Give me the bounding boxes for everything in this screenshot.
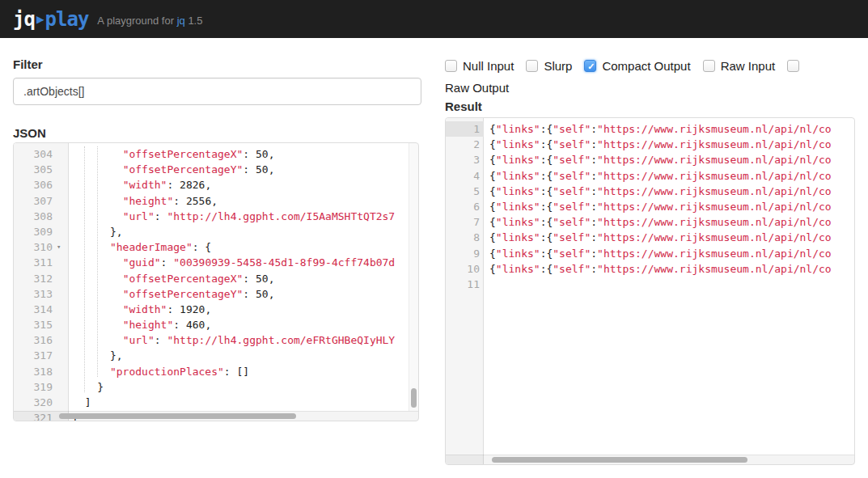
gutter-cell: 320	[14, 395, 69, 410]
line-number: 9	[446, 246, 484, 261]
code-line-311[interactable]: 311 "guid": "00390939-5458-45d1-8f99-4cf…	[14, 255, 418, 270]
code-text[interactable]: "offsetPercentageX": 50,	[69, 271, 274, 286]
jqplay-logo[interactable]: jq▶play	[13, 8, 88, 31]
fold-gutter-spacer	[57, 286, 69, 302]
gutter-cell: 318	[14, 364, 69, 379]
fold-arrow-icon[interactable]: ▾	[57, 239, 69, 255]
code-text[interactable]: "height": 460,	[69, 317, 211, 332]
fold-gutter-spacer	[57, 146, 69, 162]
option-raw-input[interactable]: Raw Input	[703, 59, 776, 73]
json-editor[interactable]: 304 "offsetPercentageX": 50,305 "offsetP…	[13, 142, 419, 421]
code-line-318[interactable]: 318 "productionPlaces": []	[14, 364, 418, 379]
code-text[interactable]: },	[69, 224, 123, 239]
code-line-317[interactable]: 317 },	[14, 348, 418, 363]
line-number: 2	[446, 137, 484, 152]
logo-play-text: play	[45, 8, 89, 31]
play-triangle-icon: ▶	[36, 11, 44, 27]
gutter-cell: 1	[446, 121, 484, 137]
line-number: 313	[14, 286, 57, 302]
line-number: 311	[14, 255, 57, 270]
line-number: 4	[446, 168, 484, 184]
checkbox-compact-output[interactable]: ✓	[584, 60, 596, 72]
code-text: {"links":{"self":"https://www.rijksmuseu…	[484, 230, 832, 245]
gutter-cell: 317	[14, 348, 69, 363]
code-text[interactable]: "width": 2826,	[69, 177, 211, 192]
code-text[interactable]: "offsetPercentageY": 50,	[69, 286, 274, 302]
code-text[interactable]: "url": "http://lh4.ggpht.com/I5AaMSHTtQT…	[69, 209, 395, 224]
code-line-308[interactable]: 308 "url": "http://lh4.ggpht.com/I5AaMSH…	[14, 209, 418, 224]
option-compact-output[interactable]: ✓Compact Output	[584, 59, 690, 73]
code-text[interactable]: "guid": "00390939-5458-45d1-8f99-4cff74b…	[69, 255, 395, 270]
logo-jq-text: jq	[13, 8, 35, 31]
code-line-319[interactable]: 319 }	[14, 379, 418, 395]
code-line-2: 2{"links":{"self":"https://www.rijksmuse…	[446, 137, 854, 152]
code-text[interactable]: "height": 2556,	[69, 193, 218, 209]
code-line-313[interactable]: 313 "offsetPercentageY": 50,	[14, 286, 418, 302]
result-editor-horizontal-scrollbar[interactable]	[446, 455, 854, 464]
code-text[interactable]: "width": 1920,	[69, 302, 211, 317]
option-slurp[interactable]: Slurp	[526, 59, 572, 73]
fold-gutter-spacer	[57, 332, 69, 348]
checkbox-slurp[interactable]	[526, 60, 538, 72]
json-editor-vertical-scrollbar-thumb[interactable]	[411, 388, 417, 408]
code-line-314[interactable]: 314 "width": 1920,	[14, 302, 418, 317]
code-text[interactable]: "productionPlaces": []	[69, 364, 249, 379]
code-text: {"links":{"self":"https://www.rijksmuseu…	[484, 246, 832, 261]
option-null-input[interactable]: Null Input	[445, 59, 514, 73]
gutter-cell: 2	[446, 137, 484, 152]
code-line-320[interactable]: 320 ]	[14, 395, 418, 410]
json-editor-horizontal-scrollbar-thumb[interactable]	[59, 413, 296, 419]
checkbox-raw-input[interactable]	[703, 60, 715, 72]
line-number: 320	[14, 395, 57, 410]
code-line-304[interactable]: 304 "offsetPercentageX": 50,	[14, 146, 418, 162]
gutter-cell: 316	[14, 332, 69, 348]
line-number: 316	[14, 332, 57, 348]
code-text[interactable]: }	[69, 379, 104, 395]
fold-gutter-spacer	[57, 209, 69, 224]
json-editor-horizontal-scrollbar[interactable]	[14, 411, 418, 421]
filter-input[interactable]	[13, 78, 421, 105]
code-line-5: 5{"links":{"self":"https://www.rijksmuse…	[446, 184, 854, 199]
code-line-310[interactable]: 310▾ "headerImage": {	[14, 239, 418, 255]
gutter-cell: 311	[14, 255, 69, 270]
checkbox-null-input[interactable]	[445, 60, 457, 72]
code-line-315[interactable]: 315 "height": 460,	[14, 317, 418, 332]
line-number: 11	[446, 277, 484, 292]
option-label-raw-output[interactable]: Raw Output	[445, 77, 509, 99]
code-text[interactable]: ]	[69, 395, 91, 410]
code-text[interactable]: "url": "http://lh4.ggpht.com/eFRtGHBeQIy…	[69, 332, 395, 348]
option-label-compact-output[interactable]: Compact Output	[602, 55, 690, 77]
gutter-cell: 8	[446, 230, 484, 245]
json-editor-vertical-scrollbar[interactable]	[409, 143, 418, 411]
code-line-316[interactable]: 316 "url": "http://lh4.ggpht.com/eFRtGHB…	[14, 332, 418, 348]
gutter-cell: 10	[446, 261, 484, 277]
code-line-309[interactable]: 309 },	[14, 224, 418, 239]
line-number: 309	[14, 224, 57, 239]
checkbox-raw-output[interactable]	[787, 60, 799, 72]
gutter-cell: 310▾	[14, 239, 69, 255]
gutter-cell: 307	[14, 193, 69, 209]
code-line-307[interactable]: 307 "height": 2556,	[14, 193, 418, 209]
line-number: 308	[14, 209, 57, 224]
gutter-cell: 7	[446, 214, 484, 230]
jq-link[interactable]: jq	[177, 15, 185, 27]
line-number: 315	[14, 317, 57, 332]
code-line-305[interactable]: 305 "offsetPercentageY": 50,	[14, 162, 418, 177]
code-text[interactable]: "headerImage": {	[69, 239, 211, 255]
line-number: 318	[14, 364, 57, 379]
gutter-cell: 9	[446, 246, 484, 261]
option-label-raw-input[interactable]: Raw Input	[721, 55, 776, 77]
code-line-306[interactable]: 306 "width": 2826,	[14, 177, 418, 192]
gutter-cell: 6	[446, 199, 484, 214]
gutter-cell: 308	[14, 209, 69, 224]
code-text[interactable]: },	[69, 348, 123, 363]
subtitle-version: 1.5	[185, 15, 203, 27]
gutter-cell: 5	[446, 184, 484, 199]
option-label-slurp[interactable]: Slurp	[544, 55, 572, 77]
code-text[interactable]: "offsetPercentageY": 50,	[69, 162, 274, 177]
code-line-312[interactable]: 312 "offsetPercentageX": 50,	[14, 271, 418, 286]
code-text[interactable]: "offsetPercentageX": 50,	[69, 146, 274, 162]
result-editor-horizontal-scrollbar-thumb[interactable]	[492, 457, 747, 463]
gutter-cell: 306	[14, 177, 69, 192]
option-label-null-input[interactable]: Null Input	[463, 55, 514, 77]
